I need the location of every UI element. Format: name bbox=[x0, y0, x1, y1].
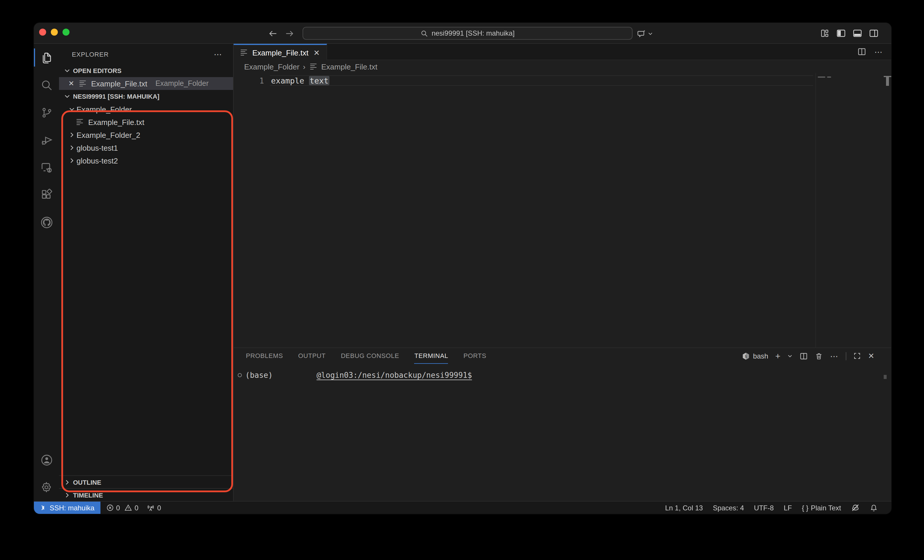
outline-section-header[interactable]: OUTLINE bbox=[59, 475, 233, 488]
tab-example-file[interactable]: Example_File.txt ✕ bbox=[234, 44, 327, 60]
tree-item-folder[interactable]: globus-test2 bbox=[59, 154, 233, 167]
files-icon bbox=[39, 51, 54, 64]
explorer-more-actions-button[interactable]: ⋯ bbox=[214, 49, 222, 59]
copilot-chat-button[interactable] bbox=[637, 26, 653, 40]
customize-layout-button[interactable] bbox=[819, 28, 830, 38]
activity-explorer-button[interactable] bbox=[34, 44, 59, 71]
split-terminal-button[interactable] bbox=[800, 352, 808, 360]
shell-integration-marker-icon bbox=[238, 373, 242, 377]
account-icon bbox=[39, 453, 54, 467]
chevron-right-icon bbox=[67, 131, 76, 139]
remote-indicator[interactable]: SSH: mahuika bbox=[34, 502, 100, 514]
encoding-item[interactable]: UTF-8 bbox=[754, 504, 774, 512]
problems-status-item[interactable]: 0 0 bbox=[106, 504, 138, 512]
tree-item-label: globus-test2 bbox=[76, 156, 118, 165]
outline-label: OUTLINE bbox=[73, 479, 101, 485]
panel-bottom-icon bbox=[852, 28, 862, 38]
open-editor-item[interactable]: ✕ Example_File.txt Example_Folder bbox=[59, 77, 233, 90]
text-file-icon bbox=[76, 118, 84, 126]
activity-settings-button[interactable] bbox=[34, 473, 59, 501]
panel-tab-output[interactable]: OUTPUT bbox=[298, 348, 326, 364]
breadcrumb-separator-icon: › bbox=[303, 62, 306, 71]
close-editor-icon[interactable]: ✕ bbox=[67, 79, 75, 88]
activity-extensions-button[interactable] bbox=[34, 181, 59, 208]
terminal-shell-selector[interactable]: $ bash bbox=[742, 352, 768, 360]
chevron-right-icon bbox=[63, 491, 72, 499]
chevron-down-icon bbox=[648, 31, 653, 36]
new-terminal-button[interactable]: + bbox=[776, 351, 781, 361]
activity-account-button[interactable] bbox=[34, 446, 59, 473]
desktop: nesi99991 [SSH: mahuika] bbox=[0, 0, 924, 560]
remote-explorer-icon bbox=[39, 160, 54, 174]
toggle-panel-button[interactable] bbox=[852, 28, 862, 38]
terminal-dropdown-button[interactable] bbox=[788, 353, 793, 359]
tree-item-file[interactable]: Example_File.txt bbox=[59, 115, 233, 129]
text-file-icon bbox=[80, 79, 87, 88]
notifications-button[interactable] bbox=[870, 504, 878, 512]
minimap[interactable] bbox=[815, 73, 884, 347]
language-mode-item[interactable]: { } Plain Text bbox=[802, 504, 841, 512]
warning-count: 0 bbox=[135, 504, 138, 512]
close-panel-button[interactable]: ✕ bbox=[868, 352, 874, 360]
activity-run-debug-button[interactable] bbox=[34, 126, 59, 154]
activity-search-button[interactable] bbox=[34, 71, 59, 99]
chevron-right-icon bbox=[67, 157, 76, 165]
breadcrumb-file[interactable]: Example_File.txt bbox=[321, 62, 377, 71]
editor-more-actions-button[interactable]: ⋯ bbox=[874, 47, 883, 56]
editor-content[interactable]: 1 example text bbox=[234, 73, 891, 347]
source-control-icon bbox=[39, 105, 54, 120]
tree-item-folder[interactable]: Example_Folder_2 bbox=[59, 129, 233, 141]
toggle-primary-sidebar-button[interactable] bbox=[836, 28, 846, 38]
run-debug-icon bbox=[39, 133, 54, 147]
chevron-down-icon bbox=[67, 105, 76, 113]
maximize-icon bbox=[854, 352, 861, 360]
activity-github-button[interactable] bbox=[34, 208, 59, 236]
tree-item-folder[interactable]: Example_Folder bbox=[59, 103, 233, 115]
panel-tab-debug-console[interactable]: DEBUG CONSOLE bbox=[341, 348, 399, 364]
workspace-section-header[interactable]: NESI99991 [SSH: MAHUIKA] bbox=[59, 90, 233, 103]
tab-close-button[interactable]: ✕ bbox=[312, 48, 321, 57]
terminal-more-actions-button[interactable]: ⋯ bbox=[830, 351, 839, 361]
panel-tab-terminal[interactable]: TERMINAL bbox=[414, 348, 448, 364]
line-number: 1 bbox=[234, 76, 264, 86]
activity-remote-explorer-button[interactable] bbox=[34, 154, 59, 181]
toggle-secondary-sidebar-button[interactable] bbox=[868, 28, 879, 38]
panel-tab-ports[interactable]: PORTS bbox=[464, 348, 486, 364]
ports-status-item[interactable]: 0 bbox=[147, 504, 161, 512]
terminal-viewport[interactable]: (base) @login03:/nesi/nobackup/nesi99991… bbox=[234, 364, 891, 501]
panel-tab-problems[interactable]: PROBLEMS bbox=[246, 348, 283, 364]
terminal-env: (base) bbox=[245, 371, 273, 380]
open-editors-section-header[interactable]: OPEN EDITORS bbox=[59, 64, 233, 77]
ports-count: 0 bbox=[157, 504, 161, 512]
remote-icon bbox=[39, 504, 47, 512]
timeline-section-header[interactable]: TIMELINE bbox=[59, 488, 233, 501]
bottom-panel: PROBLEMS OUTPUT DEBUG CONSOLE TERMINAL P… bbox=[234, 347, 891, 501]
activity-source-control-button[interactable] bbox=[34, 99, 59, 126]
navigate-back-button[interactable] bbox=[268, 29, 278, 37]
breadcrumb-folder[interactable]: Example_Folder bbox=[244, 62, 299, 71]
activity-bar-spacer bbox=[34, 236, 59, 446]
copilot-disabled-button[interactable] bbox=[851, 503, 860, 512]
window-controls bbox=[39, 28, 69, 36]
tree-item-label: Example_Folder_2 bbox=[76, 130, 140, 139]
overview-ruler[interactable] bbox=[884, 73, 891, 347]
tree-item-folder[interactable]: globus-test1 bbox=[59, 141, 233, 154]
eol-item[interactable]: LF bbox=[784, 504, 792, 512]
terminal-scrollbar-thumb[interactable] bbox=[884, 375, 886, 379]
cursor-position-item[interactable]: Ln 1, Col 13 bbox=[665, 504, 703, 512]
maximize-panel-button[interactable] bbox=[854, 352, 861, 360]
error-count: 0 bbox=[116, 504, 120, 512]
close-window-button[interactable] bbox=[39, 28, 46, 36]
indentation-item[interactable]: Spaces: 4 bbox=[713, 504, 744, 512]
tree-item-label: Example_File.txt bbox=[88, 118, 144, 126]
command-center[interactable]: nesi99991 [SSH: mahuika] bbox=[303, 27, 633, 40]
kill-terminal-button[interactable] bbox=[815, 352, 823, 360]
zoom-window-button[interactable] bbox=[63, 28, 69, 36]
navigate-forward-button[interactable] bbox=[285, 29, 294, 37]
arrow-left-icon bbox=[268, 29, 278, 37]
split-editor-button[interactable] bbox=[857, 47, 866, 56]
chevron-right-icon bbox=[63, 478, 72, 486]
minimize-window-button[interactable] bbox=[51, 28, 58, 36]
copilot-disabled-icon bbox=[851, 503, 860, 512]
chevron-down-icon bbox=[63, 92, 72, 100]
